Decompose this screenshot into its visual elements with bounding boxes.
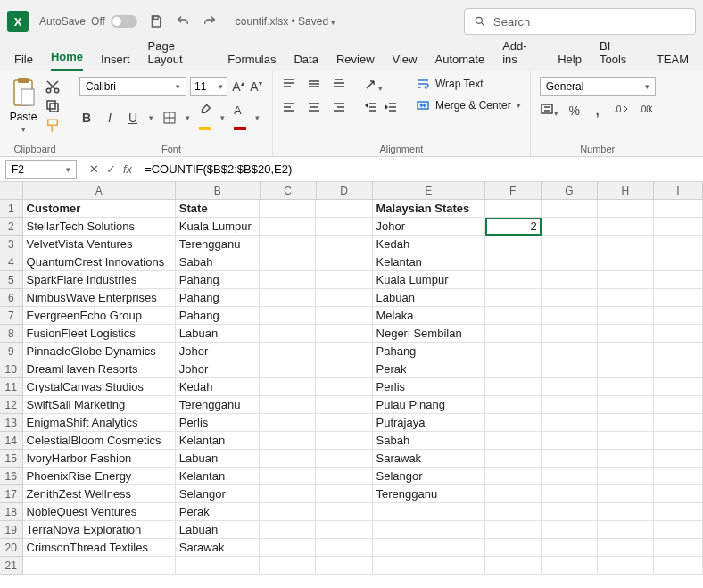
save-icon[interactable] xyxy=(148,13,164,29)
cell-B4[interactable]: Sabah xyxy=(176,253,261,271)
cell-F19[interactable] xyxy=(485,521,542,539)
cell-G4[interactable] xyxy=(542,253,598,271)
cell-G10[interactable] xyxy=(542,360,598,378)
autosave-toggle[interactable]: AutoSave Off xyxy=(39,15,137,28)
cell-G16[interactable] xyxy=(542,468,598,485)
cell-B12[interactable]: Terengganu xyxy=(176,396,261,414)
row-header-20[interactable]: 20 xyxy=(0,539,23,557)
cell-D8[interactable] xyxy=(316,325,372,343)
cell-C3[interactable] xyxy=(260,236,316,253)
row-header-10[interactable]: 10 xyxy=(0,360,23,378)
cell-I12[interactable] xyxy=(654,396,703,414)
cell-I8[interactable] xyxy=(654,325,703,343)
cell-A7[interactable]: EvergreenEcho Group xyxy=(23,307,176,325)
cell-H14[interactable] xyxy=(598,432,654,450)
row-header-2[interactable]: 2 xyxy=(0,218,23,236)
tab-view[interactable]: View xyxy=(393,53,418,71)
column-header-I[interactable]: I xyxy=(654,182,703,199)
cell-H12[interactable] xyxy=(598,396,654,414)
cell-E17[interactable]: Terengganu xyxy=(373,485,485,503)
align-left-icon[interactable] xyxy=(282,100,300,118)
select-all-corner[interactable] xyxy=(0,182,23,199)
cell-F16[interactable] xyxy=(485,468,542,485)
align-center-icon[interactable] xyxy=(307,100,325,118)
cell-A18[interactable]: NobleQuest Ventures xyxy=(23,503,176,521)
cell-C21[interactable] xyxy=(260,557,316,575)
cell-A11[interactable]: CrystalCanvas Studios xyxy=(23,378,176,396)
increase-decimal-icon[interactable]: .0 xyxy=(614,103,630,119)
cell-H18[interactable] xyxy=(598,503,654,521)
cell-G11[interactable] xyxy=(542,378,598,396)
cell-E21[interactable] xyxy=(373,557,485,575)
cell-C11[interactable] xyxy=(260,378,316,396)
cell-F18[interactable] xyxy=(485,503,542,521)
align-bottom-icon[interactable] xyxy=(332,77,350,95)
cell-D16[interactable] xyxy=(316,468,372,485)
cell-D1[interactable] xyxy=(316,200,372,218)
cell-D7[interactable] xyxy=(316,307,372,325)
column-header-D[interactable]: D xyxy=(317,182,373,199)
cell-G7[interactable] xyxy=(542,307,598,325)
orientation-icon[interactable]: ▾ xyxy=(364,77,398,95)
cell-A15[interactable]: IvoryHarbor Fashion xyxy=(23,450,176,468)
cell-B11[interactable]: Kedah xyxy=(176,378,261,396)
cell-H3[interactable] xyxy=(598,236,654,253)
row-header-21[interactable]: 21 xyxy=(0,557,23,575)
column-header-E[interactable]: E xyxy=(373,182,485,199)
cell-E20[interactable] xyxy=(373,539,485,557)
cell-C17[interactable] xyxy=(260,485,316,503)
cell-F3[interactable] xyxy=(485,236,542,253)
cell-E19[interactable] xyxy=(373,521,485,539)
cell-B18[interactable]: Perak xyxy=(176,503,261,521)
cell-I14[interactable] xyxy=(654,432,703,450)
cell-D18[interactable] xyxy=(316,503,372,521)
cell-F20[interactable] xyxy=(485,539,542,557)
cell-H8[interactable] xyxy=(598,325,654,343)
row-header-19[interactable]: 19 xyxy=(0,521,23,539)
cell-D9[interactable] xyxy=(316,343,372,360)
cell-I16[interactable] xyxy=(654,468,703,485)
cell-B10[interactable]: Johor xyxy=(176,360,261,378)
cell-B1[interactable]: State xyxy=(176,200,261,218)
cell-I1[interactable] xyxy=(654,200,703,218)
row-header-3[interactable]: 3 xyxy=(0,236,23,253)
cell-D19[interactable] xyxy=(316,521,372,539)
cell-G1[interactable] xyxy=(542,200,598,218)
cell-D15[interactable] xyxy=(316,450,372,468)
cell-C14[interactable] xyxy=(260,432,316,450)
cell-C10[interactable] xyxy=(260,360,316,378)
cell-E4[interactable]: Kelantan xyxy=(373,253,485,271)
cell-A16[interactable]: PhoenixRise Energy xyxy=(23,468,176,485)
cell-I11[interactable] xyxy=(654,378,703,396)
row-header-17[interactable]: 17 xyxy=(0,485,23,503)
cell-B2[interactable]: Kuala Lumpur xyxy=(176,218,261,236)
cell-E2[interactable]: Johor xyxy=(373,218,485,236)
cell-F5[interactable] xyxy=(485,271,542,289)
bold-button[interactable]: B xyxy=(79,111,94,125)
cell-D5[interactable] xyxy=(316,271,372,289)
tab-file[interactable]: File xyxy=(14,53,33,71)
cell-C12[interactable] xyxy=(260,396,316,414)
increase-font-icon[interactable]: A▴ xyxy=(231,79,245,94)
borders-icon[interactable] xyxy=(162,111,177,125)
cell-H6[interactable] xyxy=(598,289,654,307)
cell-E1[interactable]: Malaysian States xyxy=(373,200,485,218)
accounting-format-icon[interactable]: ▾ xyxy=(540,102,558,120)
row-header-8[interactable]: 8 xyxy=(0,325,23,343)
cell-B15[interactable]: Labuan xyxy=(176,450,261,468)
cell-G12[interactable] xyxy=(542,396,598,414)
cell-F11[interactable] xyxy=(485,378,542,396)
cell-H2[interactable] xyxy=(598,218,654,236)
search-box[interactable]: Search xyxy=(464,8,696,35)
cell-G17[interactable] xyxy=(542,485,598,503)
cell-F7[interactable] xyxy=(485,307,542,325)
cell-G8[interactable] xyxy=(542,325,598,343)
column-header-B[interactable]: B xyxy=(176,182,261,199)
cell-C20[interactable] xyxy=(260,539,316,557)
formula-input[interactable] xyxy=(139,160,703,179)
cell-D4[interactable] xyxy=(316,253,372,271)
cell-C7[interactable] xyxy=(260,307,316,325)
decrease-decimal-icon[interactable]: .00 xyxy=(639,103,655,119)
cell-F13[interactable] xyxy=(485,414,542,432)
cell-A9[interactable]: PinnacleGlobe Dynamics xyxy=(23,343,176,360)
